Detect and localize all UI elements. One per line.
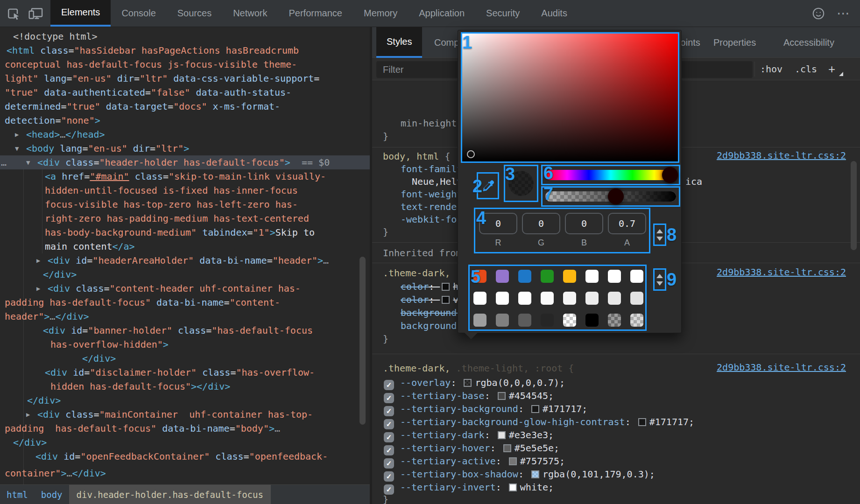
palette-swatch[interactable] (563, 314, 576, 327)
color-value-swatch[interactable] (509, 483, 517, 491)
palette-swatch[interactable] (608, 292, 621, 305)
stylesheet-source-link[interactable]: 2d9bb338.site-ltr.css:2 (717, 150, 846, 161)
declaration-checkbox[interactable]: ✓ (384, 380, 394, 390)
color-value-swatch[interactable] (464, 379, 472, 387)
channel-input-b[interactable]: 0 (565, 213, 603, 234)
style-declaration-row[interactable]: ✓--tertiary-active: #757575; (384, 455, 565, 469)
palette-swatch[interactable] (585, 292, 599, 305)
dom-tree-row[interactable]: <div id="disclaimer-holder" class="has-o… (45, 365, 315, 379)
declaration-checkbox[interactable]: ✓ (384, 458, 394, 469)
dom-tree-row[interactable]: </div> (82, 351, 116, 365)
palette-swatch[interactable] (518, 292, 531, 305)
palette-swatch[interactable] (541, 292, 554, 305)
toggle-pseudo-state-button[interactable]: :hov (760, 58, 782, 80)
palette-swatch[interactable] (541, 314, 554, 327)
alpha-slider[interactable] (541, 186, 680, 207)
inspect-element-icon[interactable] (6, 6, 21, 21)
declaration-checkbox[interactable]: ✓ (384, 393, 394, 403)
palette-swatch[interactable] (496, 270, 509, 283)
breadcrumb-item-html[interactable]: html (0, 490, 35, 500)
palette-swatch[interactable] (496, 292, 509, 305)
palette-swatch[interactable] (630, 270, 643, 283)
palette-swatch[interactable] (518, 314, 531, 327)
palette-swatch[interactable] (473, 314, 486, 327)
dom-tree-row[interactable]: hidden has-default-focus"></div> (50, 379, 230, 393)
palette-swatch[interactable] (518, 270, 531, 283)
style-declaration-row[interactable]: .theme-dark, .theme-light, :root { (383, 362, 574, 375)
dom-tree-row[interactable]: ▶<div id="headerAreaHolder" data-bi-name… (36, 253, 329, 267)
dom-tree-row[interactable]: </div> (13, 435, 47, 449)
style-declaration-row[interactable]: ica (685, 175, 702, 188)
dom-tree-row[interactable]: … (1, 155, 7, 169)
style-declaration-row[interactable]: } (383, 225, 388, 238)
color-value-swatch[interactable] (442, 283, 450, 291)
style-declaration-row[interactable]: ✓--tertiary-base: #454545; (384, 389, 554, 403)
dom-tree-row[interactable]: main content</a> (45, 239, 135, 253)
palette-swatch[interactable] (608, 314, 621, 327)
style-declaration-row[interactable]: } (383, 332, 388, 345)
stylesheet-source-link[interactable]: 2d9bb338.site-ltr.css:2 (717, 362, 846, 373)
hue-slider[interactable] (541, 165, 680, 185)
tab-application[interactable]: Application (408, 0, 475, 27)
hue-slider-handle[interactable] (662, 167, 678, 183)
palette-swatch[interactable] (630, 314, 643, 327)
palette-swatch[interactable] (473, 292, 486, 305)
tab-memory[interactable]: Memory (353, 0, 408, 27)
palette-switcher-spinner[interactable] (653, 268, 666, 291)
channel-input-g[interactable]: 0 (522, 213, 560, 234)
breadcrumb-item-active[interactable]: div.header-holder.has-default-focus (69, 485, 271, 504)
palette-swatch[interactable] (608, 270, 621, 283)
palette-swatch[interactable] (563, 270, 576, 283)
style-declaration-row[interactable]: } (383, 493, 388, 504)
tab-security[interactable]: Security (475, 0, 530, 27)
color-value-swatch[interactable] (498, 392, 506, 400)
color-value-swatch[interactable] (531, 405, 539, 413)
dom-tree-row[interactable]: focus-visible has-top-zero has-left-zero… (45, 197, 298, 211)
palette-swatch[interactable] (563, 292, 576, 305)
dom-tree-row[interactable]: padding has-default-focus" data-bi-name=… (5, 421, 280, 435)
alpha-slider-handle[interactable] (608, 189, 624, 204)
new-style-rule-button[interactable]: + (828, 58, 835, 80)
color-value-swatch[interactable] (498, 431, 506, 439)
style-declaration-row[interactable]: ✓--tertiary-hover: #5e5e5e; (384, 441, 559, 455)
sidebar-tab-accessibility[interactable]: Accessibility (783, 27, 834, 58)
dom-tree-row[interactable]: hidden-until-focused is-fixed has-inner-… (45, 183, 298, 197)
dom-tree-row[interactable]: ▶<div class="content-header uhf-containe… (36, 281, 301, 295)
dom-tree-row[interactable]: conceptual has-default-focus js-focus-vi… (5, 57, 297, 71)
feedback-smiley-icon[interactable] (811, 6, 826, 21)
dom-tree-row[interactable]: padding has-default-focus" data-bi-name=… (5, 295, 280, 309)
style-declaration-row[interactable]: } (383, 130, 388, 143)
style-declaration-row[interactable]: ✓--tertiary-invert: white; (384, 481, 554, 495)
dom-tree-row[interactable]: right-zero has-padding-medium has-text-c… (45, 211, 309, 225)
channel-input-a[interactable]: 0.7 (608, 213, 646, 234)
dom-tree-row[interactable]: <a href="#main" class="skip-to-main-link… (45, 169, 326, 183)
declaration-checkbox[interactable]: ✓ (384, 471, 394, 482)
dom-tree-row[interactable]: ▼<div class="header-holder has-default-f… (26, 155, 330, 169)
dom-tree-row[interactable]: ▶<head>…</head> (15, 127, 105, 141)
palette-swatch[interactable] (585, 314, 599, 327)
tab-elements[interactable]: Elements (50, 0, 111, 27)
style-declaration-row[interactable]: ✓--tertiary-dark: #e3e3e3; (384, 428, 554, 442)
color-value-swatch[interactable] (531, 470, 539, 478)
dom-tree-row[interactable]: has-body-background-medium" tabindex="1"… (45, 225, 315, 239)
declaration-checkbox[interactable]: ✓ (384, 419, 394, 429)
palette-swatch[interactable] (585, 270, 599, 283)
sidebar-tab-properties[interactable]: Properties (713, 27, 756, 58)
style-declaration-row[interactable]: ✓--tertiary-background-glow-high-contras… (384, 415, 694, 429)
tab-performance[interactable]: Performance (278, 0, 353, 27)
color-value-swatch[interactable] (503, 444, 511, 452)
tab-console[interactable]: Console (111, 0, 166, 27)
dom-tree-row[interactable]: ▶<div class="mainContainer uhf-container… (26, 407, 313, 421)
tab-audits[interactable]: Audits (530, 0, 578, 27)
dom-tree-row[interactable]: </div> (27, 393, 61, 407)
dom-tree-scrollbar[interactable] (360, 257, 366, 425)
style-declaration-row[interactable]: ✓--tertiary-background: #171717; (384, 402, 587, 416)
style-declaration-row[interactable]: ✓--overlay: rgba(0,0,0,0.7); (384, 376, 565, 390)
dom-tree-row[interactable]: <html class="hasSidebar hasPageActions h… (7, 43, 299, 57)
declaration-checkbox[interactable]: ✓ (384, 406, 394, 416)
dom-tree-row[interactable]: header">…</div> (5, 309, 89, 323)
dom-tree-row[interactable]: <div id="openFeedbackContainer" class="o… (35, 449, 328, 463)
palette-swatch[interactable] (630, 292, 643, 305)
tab-sources[interactable]: Sources (167, 0, 222, 27)
dom-tree-row[interactable]: <div id="banner-holder" class="has-defau… (43, 323, 313, 337)
